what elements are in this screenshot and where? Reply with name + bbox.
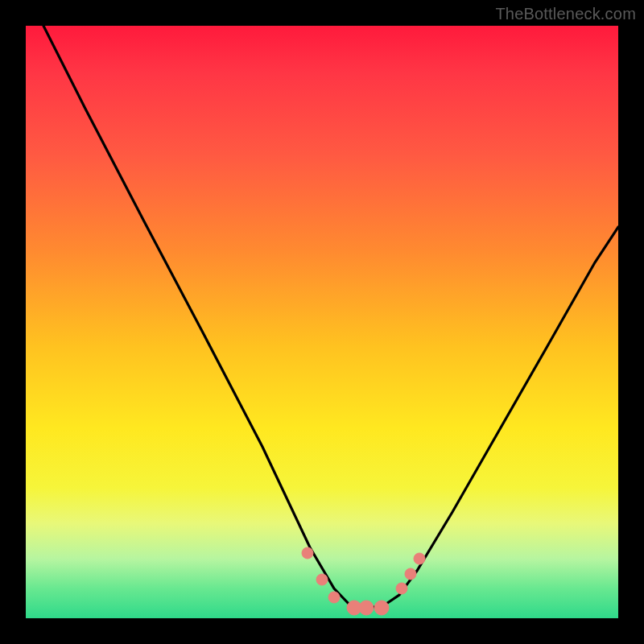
right-dot-2 [405, 568, 416, 580]
curve-layer [26, 26, 618, 618]
floor-cap-2 [359, 601, 374, 615]
bottleneck-curve [43, 26, 618, 607]
left-dot-1 [302, 547, 313, 559]
left-dot-2 [316, 574, 328, 585]
plot-area [26, 26, 618, 618]
right-dot-3 [414, 553, 425, 564]
chart-stage: TheBottleneck.com [0, 0, 644, 644]
watermark-text: TheBottleneck.com [495, 5, 636, 23]
floor-cap-3 [374, 601, 389, 615]
left-dot-3 [328, 592, 340, 603]
right-dot-1 [396, 583, 407, 594]
valley-markers [302, 547, 425, 615]
